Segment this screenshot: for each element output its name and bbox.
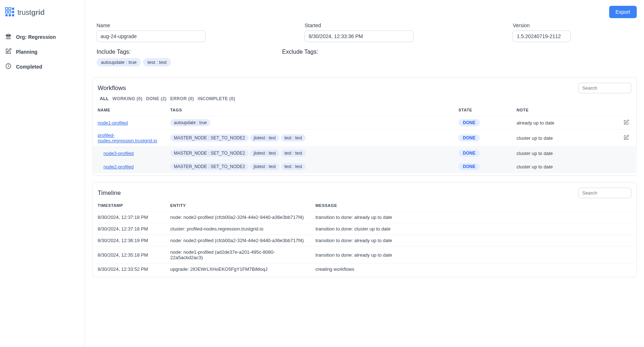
svg-rect-4 [9, 11, 11, 13]
tags-row: Include Tags: autoupdate : truetest : te… [92, 49, 637, 71]
field-label: Name [97, 23, 296, 28]
svg-rect-1 [9, 8, 11, 10]
col-entity: ENTITY [166, 200, 311, 212]
node-link[interactable]: profiled-nodes.regression.trustgrid.io [98, 132, 157, 143]
topbar: Export [92, 6, 637, 18]
message-cell: transition to done: already up to date [311, 212, 636, 223]
version-input[interactable] [513, 30, 571, 42]
workflows-panel: Workflows ALLWORKING (0)DONE (2)ERROR (0… [92, 77, 637, 176]
entity-cell: node: node1-profiled (ad2de37e-a201-495c… [166, 246, 311, 264]
entity-cell: node: node2-profiled (cfcb00a2-32f4-44e2… [166, 235, 311, 246]
logo-text: trustgrid [17, 8, 45, 17]
note-cell: cluster up to date [512, 130, 614, 147]
sidebar-item-label: Completed [16, 64, 42, 70]
workflows-search-input[interactable] [578, 83, 631, 93]
timestamp-cell: 8/30/2024, 12:37:18 PM [93, 212, 166, 223]
svg-rect-7 [9, 14, 11, 16]
table-row: 8/30/2024, 12:37:18 PMcluster: profiled-… [93, 223, 636, 235]
name-input[interactable] [97, 30, 205, 42]
tag-chip: jlotest : test [250, 134, 280, 142]
tag-chip: autoupdate : true [170, 119, 211, 126]
state-badge: DONE [458, 150, 480, 157]
table-row: node3-profiledMASTER_NODE : SET_TO_NODE2… [93, 147, 636, 160]
state-badge: DONE [458, 119, 480, 126]
logo: trustgrid [0, 5, 85, 25]
timestamp-cell: 8/30/2024, 12:33:52 PM [93, 264, 166, 275]
field-name: Name [97, 23, 296, 42]
timestamp-cell: 8/30/2024, 12:36:19 PM [93, 235, 166, 246]
sidebar-item-label: Planning [16, 49, 37, 55]
sidebar: trustgrid Org: Regression Planning Compl… [0, 0, 85, 347]
edit-icon [5, 48, 12, 56]
message-cell: creating workflows [311, 264, 636, 275]
sidebar-item-planning[interactable]: Planning [0, 44, 85, 59]
field-started: Started [305, 23, 504, 42]
table-row: node2-profiledMASTER_NODE : SET_TO_NODE2… [93, 160, 636, 174]
node-link[interactable]: node2-profiled [103, 164, 134, 170]
message-cell: transition to done: cluster up to date [311, 223, 636, 235]
tag-chip: test : test [281, 134, 306, 142]
timeline-panel: Timeline TIMESTAMP ENTITY MESSAGE 8/30/2… [92, 182, 637, 277]
table-row: 8/30/2024, 12:33:52 PMupgrade: 2lOEWrLXH… [93, 264, 636, 275]
bank-icon [5, 33, 12, 41]
workflows-tabs: ALLWORKING (0)DONE (2)ERROR (0)INCOMPLET… [93, 95, 636, 105]
entity-cell: node: node2-profiled (cfcb00a2-32f4-44e2… [166, 212, 311, 223]
edit-icon[interactable] [623, 121, 629, 126]
details-row: Name Started Version [92, 23, 637, 49]
edit-icon[interactable] [623, 136, 629, 142]
tag-chip: jlotest : test [250, 150, 280, 157]
svg-rect-2 [12, 8, 14, 10]
table-row: 8/30/2024, 12:35:18 PMnode: node1-profil… [93, 246, 636, 264]
logo-icon [5, 7, 15, 18]
tag-chip: test : test [143, 58, 171, 66]
col-note: NOTE [512, 105, 614, 116]
tab-incomplete-[interactable]: INCOMPLETE (0) [198, 96, 235, 101]
note-cell: cluster up to date [512, 160, 614, 174]
exclude-tags-block: Exclude Tags: [282, 49, 318, 68]
tab-error-[interactable]: ERROR (0) [170, 96, 194, 101]
export-button[interactable]: Export [609, 6, 637, 18]
workflows-table: NAME TAGS STATE NOTE node1-profiledautou… [93, 105, 636, 173]
entity-cell: cluster: profiled-nodes.regression.trust… [166, 223, 311, 235]
started-input[interactable] [305, 30, 413, 42]
note-cell: already up to date [512, 116, 614, 130]
svg-rect-5 [12, 11, 14, 13]
message-cell: transition to done: already up to date [311, 246, 636, 264]
include-tags-label: Include Tags: [97, 49, 173, 55]
state-badge: DONE [458, 163, 480, 170]
table-row: profiled-nodes.regression.trustgrid.ioMA… [93, 130, 636, 147]
tab-done-[interactable]: DONE (2) [146, 96, 167, 101]
tag-chip: MASTER_NODE : SET_TO_NODE2 [170, 163, 249, 170]
entity-cell: upgrade: 2lOEWrLXHoEKO5FgY1FM7BiMoqJ [166, 264, 311, 275]
tag-chip: MASTER_NODE : SET_TO_NODE2 [170, 134, 249, 142]
sidebar-item-label: Org: Regression [16, 34, 56, 40]
tab-working-[interactable]: WORKING (0) [113, 96, 143, 101]
state-badge: DONE [458, 134, 480, 142]
field-label: Started [305, 23, 504, 28]
tag-chip: autoupdate : true [97, 58, 141, 66]
table-row: 8/30/2024, 12:37:18 PMnode: node2-profil… [93, 212, 636, 223]
main: Export Name Started Version Include Tags… [85, 0, 644, 347]
field-label: Version [513, 23, 632, 28]
timestamp-cell: 8/30/2024, 12:37:18 PM [93, 223, 166, 235]
tab-all[interactable]: ALL [100, 96, 109, 101]
node-link[interactable]: node3-profiled [103, 151, 134, 156]
tag-chip: test : test [281, 150, 306, 157]
col-message: MESSAGE [311, 200, 636, 212]
message-cell: transition to done: already up to date [311, 235, 636, 246]
node-link[interactable]: node1-profiled [98, 120, 128, 126]
sidebar-item-completed[interactable]: Completed [0, 59, 85, 74]
exclude-tags-label: Exclude Tags: [282, 49, 318, 55]
table-row: node1-profiledautoupdate : trueDONEalrea… [93, 116, 636, 130]
col-name: NAME [93, 105, 166, 116]
field-version: Version [513, 23, 632, 42]
col-state: STATE [454, 105, 512, 116]
sidebar-item-org[interactable]: Org: Regression [0, 29, 85, 44]
svg-rect-6 [5, 14, 8, 16]
timeline-search-input[interactable] [578, 188, 631, 198]
table-row: 8/30/2024, 12:36:19 PMnode: node2-profil… [93, 235, 636, 246]
col-timestamp: TIMESTAMP [93, 200, 166, 212]
timestamp-cell: 8/30/2024, 12:35:18 PM [93, 246, 166, 264]
include-tags-block: Include Tags: autoupdate : truetest : te… [97, 49, 173, 68]
workflows-title: Workflows [98, 85, 126, 92]
